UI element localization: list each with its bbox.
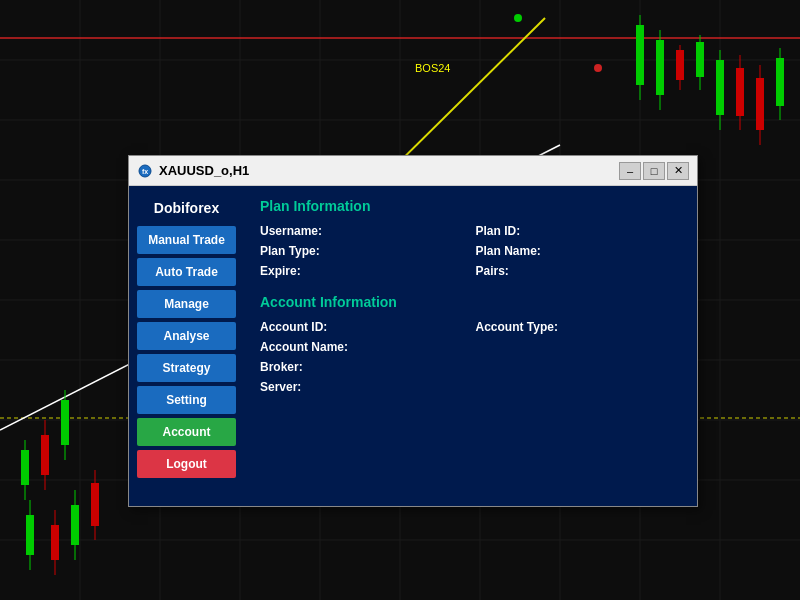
app-icon: fx <box>137 163 153 179</box>
username-label: Username: <box>260 224 466 238</box>
svg-point-62 <box>594 64 602 72</box>
svg-text:fx: fx <box>142 168 148 175</box>
username-field: Username: <box>260 224 466 238</box>
maximize-button[interactable]: □ <box>643 162 665 180</box>
manual-trade-button[interactable]: Manual Trade <box>137 226 236 254</box>
plan-id-field: Plan ID: <box>476 224 682 238</box>
server-label: Server: <box>260 380 681 394</box>
svg-rect-60 <box>91 483 99 526</box>
minimize-button[interactable]: – <box>619 162 641 180</box>
manage-button[interactable]: Manage <box>137 290 236 318</box>
window-title: XAUUSD_o,H1 <box>159 163 619 178</box>
svg-rect-48 <box>736 68 744 116</box>
plan-name-field: Plan Name: <box>476 244 682 258</box>
svg-rect-40 <box>656 40 664 95</box>
setting-button[interactable]: Setting <box>137 386 236 414</box>
account-button[interactable]: Account <box>137 418 236 446</box>
svg-rect-38 <box>636 25 644 85</box>
pairs-label: Pairs: <box>476 264 682 278</box>
account-id-field: Account ID: <box>260 320 466 334</box>
account-section-title: Account Information <box>260 294 681 310</box>
strategy-button[interactable]: Strategy <box>137 354 236 382</box>
plan-type-label: Plan Type: <box>260 244 466 258</box>
account-id-label: Account ID: <box>260 320 466 334</box>
dialog-window: fx XAUUSD_o,H1 – □ ✕ Dobiforex Manual Tr… <box>128 155 698 507</box>
svg-rect-56 <box>51 525 59 560</box>
expire-field: Expire: <box>260 264 466 278</box>
pairs-field: Pairs: <box>476 264 682 278</box>
svg-rect-26 <box>21 450 29 485</box>
main-content: Plan Information Username: Plan ID: Plan… <box>244 186 697 506</box>
analyse-button[interactable]: Analyse <box>137 322 236 350</box>
svg-rect-58 <box>71 505 79 545</box>
account-type-field: Account Type: <box>476 320 682 334</box>
logout-button[interactable]: Logout <box>137 450 236 478</box>
server-field: Server: <box>260 380 681 394</box>
close-button[interactable]: ✕ <box>667 162 689 180</box>
account-type-label: Account Type: <box>476 320 682 334</box>
svg-text:BOS24: BOS24 <box>415 62 450 74</box>
window-controls: – □ ✕ <box>619 162 689 180</box>
svg-rect-50 <box>756 78 764 130</box>
title-bar: fx XAUUSD_o,H1 – □ ✕ <box>129 156 697 186</box>
svg-point-61 <box>514 14 522 22</box>
plan-id-label: Plan ID: <box>476 224 682 238</box>
auto-trade-button[interactable]: Auto Trade <box>137 258 236 286</box>
plan-section-title: Plan Information <box>260 198 681 214</box>
plan-info-grid: Username: Plan ID: Plan Type: Plan Name:… <box>260 224 681 278</box>
account-info-grid: Account ID: Account Type: Account Name: … <box>260 320 681 394</box>
brand-label: Dobiforex <box>137 194 236 222</box>
account-name-label: Account Name: <box>260 340 681 354</box>
plan-name-label: Plan Name: <box>476 244 682 258</box>
sidebar: Dobiforex Manual Trade Auto Trade Manage… <box>129 186 244 506</box>
svg-rect-28 <box>41 435 49 475</box>
broker-label: Broker: <box>260 360 681 374</box>
svg-rect-46 <box>716 60 724 115</box>
svg-rect-30 <box>61 400 69 445</box>
svg-rect-54 <box>26 515 34 555</box>
svg-rect-44 <box>696 42 704 77</box>
expire-label: Expire: <box>260 264 466 278</box>
svg-rect-42 <box>676 50 684 80</box>
dialog-body: Dobiforex Manual Trade Auto Trade Manage… <box>129 186 697 506</box>
svg-rect-52 <box>776 58 784 106</box>
account-name-field: Account Name: <box>260 340 681 354</box>
broker-field: Broker: <box>260 360 681 374</box>
plan-type-field: Plan Type: <box>260 244 466 258</box>
